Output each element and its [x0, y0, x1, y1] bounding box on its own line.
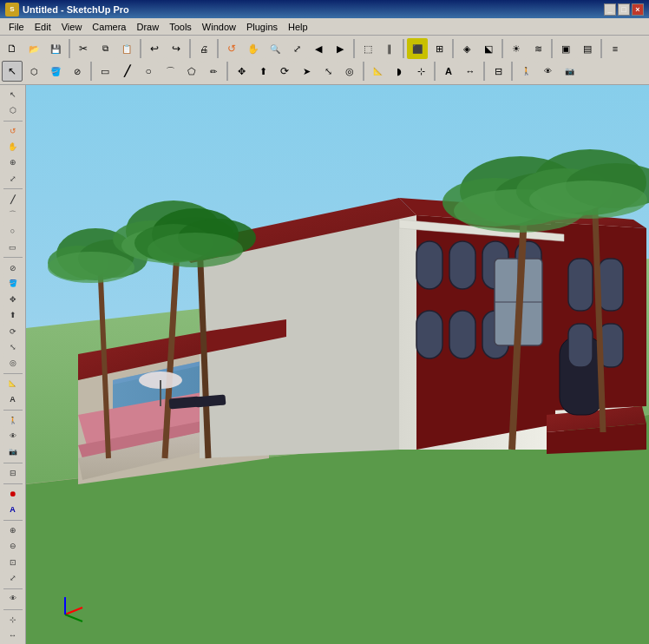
walk-btn[interactable]: 🚶 [515, 61, 536, 82]
select-tool-btn[interactable]: ↖ [2, 61, 23, 82]
section-cuts-btn[interactable]: ⊞ [429, 38, 449, 59]
3d-viewport[interactable] [26, 85, 649, 644]
xray-btn[interactable]: ⬕ [478, 38, 499, 59]
lt-rect-btn[interactable]: ▭ [3, 240, 23, 254]
zoom-ext-btn[interactable]: ⤢ [286, 38, 307, 59]
section-plane-btn[interactable]: ⬛ [407, 38, 428, 59]
new-btn[interactable]: 🗋 [2, 38, 23, 59]
lt-zoomext2-btn[interactable]: ⤢ [3, 570, 23, 585]
lt-section-btn[interactable]: ⊟ [3, 465, 23, 480]
lt-dim2-btn[interactable]: ↔ [3, 628, 23, 643]
redo-btn[interactable]: ↪ [166, 38, 187, 59]
lt-scale-btn[interactable]: ⤡ [3, 339, 23, 354]
lt-camera-btn[interactable]: 📷 [3, 444, 23, 459]
lt-offset-btn[interactable]: ◎ [3, 356, 23, 371]
lt-zoom-ext-btn[interactable]: ⤢ [3, 171, 23, 186]
menu-tools[interactable]: Tools [164, 21, 197, 33]
lt-push-btn[interactable]: ⬆ [3, 308, 23, 323]
lt-zoom-btn[interactable]: ⊕ [3, 155, 23, 170]
dimensions-btn[interactable]: ↔ [460, 61, 481, 82]
pushpull-btn[interactable]: ⬆ [252, 61, 273, 82]
tape-measure-btn[interactable]: 📐 [367, 61, 388, 82]
parallel-btn[interactable]: ∥ [379, 38, 400, 59]
lt-axes2-btn[interactable]: ⊹ [3, 612, 23, 627]
display-mode-btn[interactable]: ◈ [456, 38, 477, 59]
cut-btn[interactable]: ✂ [73, 38, 94, 59]
lt-zoomin-btn[interactable]: ⊕ [3, 523, 23, 538]
paint-btn[interactable]: 🪣 [45, 61, 66, 82]
save-btn[interactable]: 💾 [45, 38, 66, 59]
lt-rotate-btn[interactable]: ⟳ [3, 324, 23, 338]
menu-plugins[interactable]: Plugins [241, 21, 283, 33]
fog-btn[interactable]: ≋ [528, 38, 548, 59]
move-tool-btn[interactable]: ✥ [231, 61, 252, 82]
lt-arc-btn[interactable]: ⌒ [3, 207, 23, 222]
lt-walk-btn[interactable]: 🚶 [3, 413, 23, 428]
component-btn[interactable]: ⬡ [23, 61, 44, 82]
arc-tool-btn[interactable]: ⌒ [160, 61, 180, 82]
lt-line-btn[interactable]: ╱ [3, 192, 23, 207]
menu-draw[interactable]: Draw [131, 21, 164, 33]
lt-select-btn[interactable]: ↖ [3, 87, 23, 102]
lt-circle-btn[interactable]: ○ [3, 224, 23, 239]
svg-point-53 [148, 233, 243, 267]
text-3d-btn[interactable]: A [438, 61, 459, 82]
lt-paint-btn[interactable]: 🪣 [3, 276, 23, 291]
menu-camera[interactable]: Camera [87, 21, 131, 33]
lt-text-btn[interactable]: A [3, 392, 23, 407]
circle-tool-btn[interactable]: ○ [138, 61, 159, 82]
menu-edit[interactable]: Edit [30, 21, 56, 33]
prev-view-btn[interactable]: ◀ [308, 38, 329, 59]
paste-btn[interactable]: 📋 [116, 38, 137, 59]
lt-sep [3, 257, 23, 258]
print-btn[interactable]: 🖨 [193, 38, 214, 59]
lt-eye-btn[interactable]: 👁 [3, 591, 23, 606]
close-btn[interactable]: × [632, 3, 644, 16]
rotate-tool-btn[interactable]: ⟳ [274, 61, 295, 82]
edge-style-btn[interactable]: ▤ [577, 38, 598, 59]
line-tool-btn[interactable]: ╱ [116, 61, 137, 82]
pan-btn[interactable]: ✋ [243, 38, 264, 59]
next-view-btn[interactable]: ▶ [330, 38, 351, 59]
menu-view[interactable]: View [56, 21, 88, 33]
open-btn[interactable]: 📂 [23, 38, 44, 59]
offset-btn[interactable]: ◎ [339, 61, 360, 82]
copy-btn[interactable]: ⧉ [95, 38, 115, 59]
layers-btn[interactable]: ≡ [605, 38, 626, 59]
lt-spacemouse-btn[interactable]: ⬡ [3, 102, 23, 117]
lt-pan-btn[interactable]: ✋ [3, 140, 23, 154]
lt-move-btn[interactable]: ✥ [3, 292, 23, 306]
maximize-btn[interactable]: □ [618, 3, 630, 16]
freehand-btn[interactable]: ✏ [203, 61, 224, 82]
eraser-tool-btn[interactable]: ⊘ [67, 61, 88, 82]
lt-zoomout-btn[interactable]: ⊖ [3, 539, 23, 554]
menu-window[interactable]: Window [197, 21, 241, 33]
zoom-btn[interactable]: 🔍 [265, 38, 285, 59]
standard-views-btn[interactable]: ⬚ [357, 38, 378, 59]
menu-file[interactable]: File [3, 21, 30, 33]
lt-tape-btn[interactable]: 📐 [3, 377, 23, 391]
lt-look-btn[interactable]: 👁 [3, 429, 23, 444]
lt-orbit-btn[interactable]: ↺ [3, 123, 23, 138]
lt-eraser-btn[interactable]: ⊘ [3, 260, 23, 275]
protractor-btn[interactable]: ◗ [389, 61, 410, 82]
lt-sep [3, 188, 23, 189]
followme-btn[interactable]: ➤ [296, 61, 317, 82]
shadows-btn[interactable]: ☀ [506, 38, 527, 59]
undo-btn[interactable]: ↩ [144, 38, 165, 59]
canvas-area[interactable] [26, 85, 649, 644]
rect-tool-btn[interactable]: ▭ [95, 61, 115, 82]
face-style-btn[interactable]: ▣ [555, 38, 576, 59]
menu-help[interactable]: Help [283, 21, 313, 33]
position-camera-btn[interactable]: 📷 [559, 61, 580, 82]
lt-3dtext-btn[interactable]: A [3, 503, 23, 517]
look-around-btn[interactable]: 👁 [537, 61, 558, 82]
scale-tool-btn[interactable]: ⤡ [318, 61, 338, 82]
minimize-btn[interactable]: _ [604, 3, 616, 16]
polygon-tool-btn[interactable]: ⬠ [181, 61, 202, 82]
section-plane2-btn[interactable]: ⊟ [488, 61, 508, 82]
axes-btn[interactable]: ⊹ [410, 61, 431, 82]
lt-rec-btn[interactable]: ⏺ [3, 486, 23, 501]
orbit-btn[interactable]: ↺ [221, 38, 242, 59]
lt-zoomwin-btn[interactable]: ⊡ [3, 555, 23, 569]
